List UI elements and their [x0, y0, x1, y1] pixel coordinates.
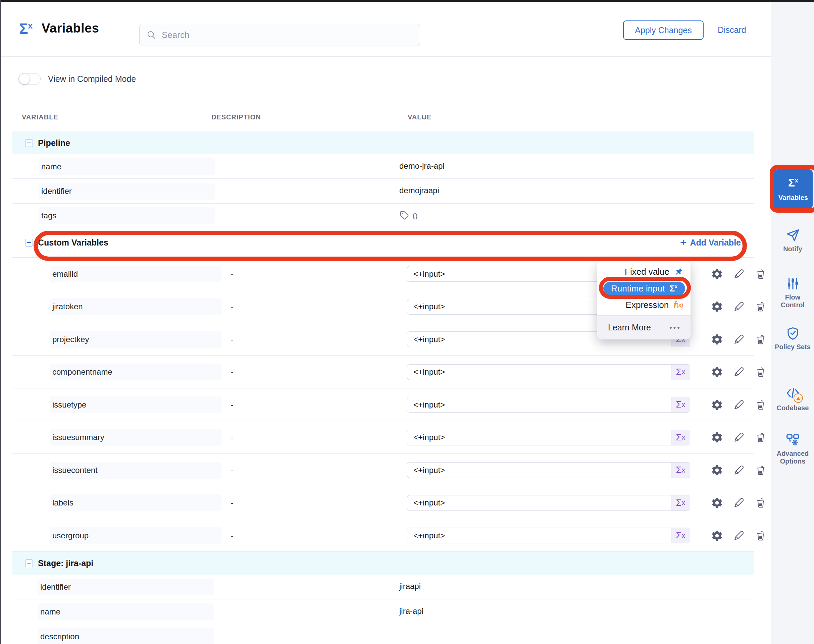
column-variable: VARIABLE [22, 113, 58, 121]
variable-name-cell: identifier [38, 183, 215, 199]
delete-trash-icon[interactable] [755, 497, 767, 509]
page-title: Variables [41, 21, 99, 35]
column-description: DESCRIPTION [211, 113, 261, 121]
sigma-icon: Σx [788, 176, 798, 189]
right-sidebar: Notify Flow Control Policy Sets [771, 2, 814, 644]
variable-name-cell: labels [50, 494, 221, 511]
variable-description: - [231, 400, 233, 409]
section-title: Stage: jira-api [38, 558, 93, 568]
runtime-input-sigma-button[interactable]: Σx [671, 463, 690, 478]
delete-trash-icon[interactable] [755, 301, 767, 313]
compiled-mode-toggle[interactable] [18, 73, 41, 85]
delete-trash-icon[interactable] [755, 431, 767, 443]
variable-value: jiraapi [399, 582, 421, 591]
variable-name-cell: emailid [50, 266, 221, 282]
flow-gear-icon [785, 432, 800, 447]
section-header-pipeline: Pipeline [12, 132, 754, 154]
variable-name-cell: issuecontent [50, 462, 221, 478]
settings-gear-icon[interactable] [711, 431, 723, 443]
runtime-input-sigma-button[interactable]: Σx [671, 365, 690, 380]
row-actions [701, 301, 767, 313]
sidebar-item-policy-sets[interactable]: Policy Sets [771, 327, 814, 351]
delete-trash-icon[interactable] [755, 268, 767, 280]
delete-trash-icon[interactable] [755, 366, 767, 378]
runtime-input-sigma-button[interactable]: Σx [671, 397, 690, 412]
discard-button[interactable]: Discard [718, 25, 746, 35]
dropdown-footer[interactable]: Learn More ••• [597, 315, 691, 339]
section-title: Pipeline [38, 138, 70, 148]
collapse-icon[interactable] [25, 560, 33, 567]
table-row-name: namedemo-jra-api [12, 154, 754, 179]
value-input[interactable]: <+input>Σx [407, 397, 690, 412]
runtime-input-sigma-button[interactable]: Σx [671, 430, 690, 445]
collapse-icon[interactable] [25, 139, 33, 147]
variable-name-cell: name [38, 158, 215, 175]
variables-panel: Σx Variables Search Apply Changes Discar… [0, 0, 814, 644]
value-input[interactable]: <+input>Σx [407, 527, 690, 543]
edit-pencil-icon[interactable] [733, 464, 745, 476]
menu-item-expression[interactable]: Expression f(x) [597, 297, 691, 313]
row-actions [701, 366, 767, 378]
settings-gear-icon[interactable] [711, 366, 723, 378]
variable-description: - [231, 498, 233, 508]
tag-icon [399, 210, 409, 222]
value-input[interactable]: <+input>Σx [407, 430, 690, 445]
delete-trash-icon[interactable] [755, 530, 767, 542]
settings-gear-icon[interactable] [711, 399, 723, 411]
section-header-custom-variables: Custom Variables+Add Variable [12, 228, 754, 258]
settings-gear-icon[interactable] [711, 333, 723, 345]
edit-pencil-icon[interactable] [733, 301, 745, 313]
settings-gear-icon[interactable] [711, 464, 723, 476]
delete-trash-icon[interactable] [755, 333, 767, 345]
edit-pencil-icon[interactable] [733, 268, 745, 280]
apply-changes-button[interactable]: Apply Changes [623, 20, 703, 40]
runtime-input-sigma-button[interactable]: Σx [671, 495, 690, 511]
table-column-headers: VARIABLE DESCRIPTION VALUE [0, 113, 754, 126]
compiled-mode-label: View in Compiled Mode [48, 74, 136, 84]
sidebar-item-advanced-options[interactable]: Advanced Options [771, 432, 814, 465]
sidebar-item-codebase[interactable]: Codebase [771, 386, 814, 412]
row-actions [701, 268, 767, 280]
edit-pencil-icon[interactable] [733, 431, 745, 443]
edit-pencil-icon[interactable] [733, 530, 745, 542]
settings-gear-icon[interactable] [711, 268, 723, 280]
edit-pencil-icon[interactable] [733, 333, 745, 345]
variables-sigma-icon: Σx [19, 20, 32, 37]
edit-pencil-icon[interactable] [733, 366, 745, 378]
variable-value: demo-jra-api [399, 161, 445, 171]
learn-more-link[interactable]: Learn More [608, 323, 651, 333]
delete-trash-icon[interactable] [755, 399, 767, 411]
variable-description: - [231, 302, 233, 311]
menu-item-runtime-input[interactable]: Runtime input Σx [603, 282, 685, 296]
row-actions [701, 399, 767, 411]
row-actions [701, 464, 767, 476]
variable-name-cell: tags [38, 207, 215, 224]
value-input[interactable]: <+input>Σx [407, 495, 690, 511]
sidebar-item-flow-control[interactable]: Flow Control [771, 277, 814, 309]
sliders-icon [786, 277, 800, 291]
variable-value: demojraapi [399, 186, 439, 195]
sidebar-item-variables-active[interactable]: Σx Variables [774, 169, 812, 209]
runtime-input-sigma-button[interactable]: Σx [671, 528, 690, 543]
sigma-icon: Σx [670, 284, 677, 294]
table-row-identifier: identifierjiraapi [12, 575, 754, 600]
search-input[interactable]: Search [139, 24, 420, 46]
table-row-labels: labels-<+input>Σx [12, 486, 754, 519]
edit-pencil-icon[interactable] [733, 497, 745, 509]
settings-gear-icon[interactable] [711, 301, 723, 313]
row-actions [701, 497, 767, 509]
delete-trash-icon[interactable] [755, 464, 767, 476]
settings-gear-icon[interactable] [711, 497, 723, 509]
variable-name-cell: componentname [50, 363, 221, 380]
value-input[interactable]: <+input>Σx [407, 364, 690, 380]
variable-name-cell: issuesummary [50, 429, 221, 446]
collapse-icon[interactable] [25, 239, 33, 247]
edit-pencil-icon[interactable] [733, 399, 745, 411]
menu-item-fixed-value[interactable]: Fixed value [597, 261, 691, 280]
value-input[interactable]: <+input>Σx [407, 462, 690, 478]
sidebar-item-notify[interactable]: Notify [771, 228, 814, 253]
add-variable-button[interactable]: +Add Variable [680, 238, 741, 248]
value-type-dropdown: Fixed value Runtime input Σx Expression … [597, 261, 691, 339]
settings-gear-icon[interactable] [711, 530, 723, 542]
plus-icon: + [680, 236, 687, 248]
